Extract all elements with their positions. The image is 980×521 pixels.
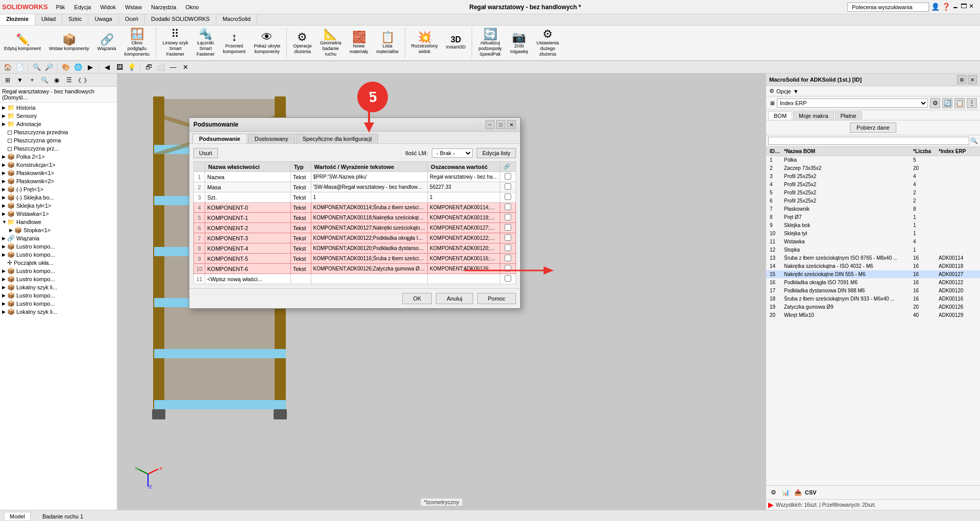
lp-btn-4[interactable]: 🔍: [39, 75, 50, 86]
tree-arrow-15[interactable]: ▼: [2, 219, 7, 225]
dlg-cell-prop-name[interactable]: [205, 213, 291, 223]
lp-btn-1[interactable]: ⊞: [2, 75, 13, 86]
tree-item-10[interactable]: ▶ 📦 Płaskownik<2>: [1, 177, 116, 185]
dlg-cell-link[interactable]: [500, 172, 516, 182]
edycja-listy-button[interactable]: Edycja listy: [477, 148, 516, 158]
link-checkbox[interactable]: [502, 173, 513, 180]
tree-item-14[interactable]: ▶ 📦 Wstawka<1>: [1, 210, 116, 218]
dlg-cell-link[interactable]: [500, 182, 516, 192]
ribbon-btn-edytuj[interactable]: ✏️ Edytuj komponent: [2, 33, 43, 53]
user-icon[interactable]: 👤: [931, 3, 940, 12]
lp-btn-3[interactable]: +: [27, 75, 38, 86]
dialog-row-10[interactable]: 10 Tekst KOMPONENT;ADK00126;Zatyczka gum…: [194, 264, 516, 274]
link-checkbox[interactable]: [502, 234, 513, 241]
prop-name-input[interactable]: [207, 245, 288, 252]
bom-row-18[interactable]: 18 Śruba z łbem sześciokątnym DIN 933 - …: [766, 295, 980, 303]
bom-row-20[interactable]: 20 Wkręt M6x10 40 ADK00129: [766, 311, 980, 319]
tree-arrow-1[interactable]: ▶: [2, 105, 7, 110]
tree-item-17[interactable]: ▶ 🔗 Wiązania: [1, 234, 116, 242]
tb-icon-13[interactable]: —: [167, 62, 179, 73]
copy-btn[interactable]: 📋: [954, 98, 965, 108]
menu-widok[interactable]: Widok: [96, 3, 120, 11]
tb-icon-5[interactable]: 🎨: [60, 62, 71, 73]
dialog-close-btn[interactable]: ✕: [507, 120, 516, 129]
tab-uklad[interactable]: Układ: [35, 14, 62, 25]
dlg-cell-value[interactable]: KOMPONENT;ADK00118;Nakrętka sześciokątna…: [311, 213, 428, 223]
dialog-row-3[interactable]: 3 Tekst 1 1: [194, 192, 516, 203]
tree-item-18[interactable]: ▶ 📦 Lustro kompo...: [1, 242, 116, 251]
dlg-cell-prop-name[interactable]: [205, 192, 291, 203]
dlg-cell-prop-name[interactable]: [205, 274, 291, 284]
tree-item-8[interactable]: ▶ 📦 Konstrukcja<1>: [1, 161, 116, 169]
ribbon-btn-instant3d[interactable]: 3D Instant3D: [444, 35, 468, 51]
bom-row-6[interactable]: 6 Profil 25x25x2 2: [766, 197, 980, 205]
tree-item-20[interactable]: ✛ Początek ukła...: [1, 259, 116, 267]
tree-item-25[interactable]: ▶ 📦 Lustro kompo...: [1, 300, 116, 308]
lp-btn-2[interactable]: ▼: [14, 75, 26, 86]
tb-icon-12[interactable]: ⬜: [155, 62, 166, 73]
dlg-cell-prop-name[interactable]: [205, 203, 291, 213]
tb-icon-1[interactable]: 🏠: [2, 62, 13, 73]
bom-row-7[interactable]: 7 Płaskownik 8: [766, 205, 980, 213]
footer-settings-btn[interactable]: ⚙: [768, 487, 778, 498]
dialog-maximize-btn[interactable]: □: [496, 120, 505, 129]
dlg-cell-prop-name[interactable]: [205, 233, 291, 243]
index-erp-select[interactable]: Index ERP: [777, 98, 928, 108]
menu-edycja[interactable]: Edycja: [70, 3, 95, 11]
refresh-btn[interactable]: 🔄: [942, 98, 952, 108]
ok-button[interactable]: OK: [402, 293, 432, 304]
tree-arrow-14[interactable]: ▶: [2, 211, 7, 216]
ribbon-btn-pokaz[interactable]: 👁 Pokaż ukrytekomponenty: [252, 31, 282, 56]
tree-arrow-2[interactable]: ▶: [2, 113, 7, 118]
tree-arrow-10[interactable]: ▶: [2, 179, 7, 184]
dialog-row-2[interactable]: 2 Tekst 'SW-Masa@Regał warsztatowy - bez…: [194, 182, 516, 192]
dlg-cell-prop-name[interactable]: [205, 243, 291, 254]
tab-uwaga[interactable]: Uwaga: [88, 14, 118, 25]
dialog-row-8[interactable]: 8 Tekst KOMPONENT;ADK00120;Podkładka dys…: [194, 243, 516, 254]
bom-row-19[interactable]: 19 Zatyczka gumowa Ø9 20 ADK00126: [766, 303, 980, 311]
dlg-cell-value[interactable]: KOMPONENT;ADK00114;Śruba z łbem sześciok…: [311, 203, 428, 213]
prop-name-input[interactable]: [207, 194, 288, 201]
dlg-cell-link[interactable]: [500, 264, 516, 274]
tree-item-6[interactable]: ◻ Płaszczyzna prz...: [1, 144, 116, 153]
menu-wstaw[interactable]: Wstaw: [121, 3, 146, 11]
ribbon-btn-operacje[interactable]: ⚙ Operacjezłożenia: [291, 31, 314, 56]
tree-item-24[interactable]: ▶ 📦 Lustro kompo...: [1, 291, 116, 300]
link-checkbox[interactable]: [502, 275, 513, 282]
tree-item-16[interactable]: ▶ 📦 Stopka<1>: [1, 226, 116, 234]
prop-name-input[interactable]: [207, 256, 288, 262]
ribbon-btn-migawka[interactable]: 📷 Zróbmigawkę: [508, 31, 530, 56]
bom-row-3[interactable]: 3 Profil 25x25x2 4: [766, 172, 980, 181]
tree-item-22[interactable]: ▶ 📦 Lustro kompo...: [1, 275, 116, 283]
dlg-tab-specyficzne[interactable]: Specyficzne dla konfiguracji: [296, 134, 379, 143]
bom-row-15[interactable]: 15 Nakrętki sześciokątne DIN 555 - M6 16…: [766, 270, 980, 279]
dlg-cell-link[interactable]: [500, 192, 516, 203]
tab-ocen[interactable]: Oceń: [119, 14, 145, 25]
tree-arrow-3[interactable]: ▶: [2, 121, 7, 127]
tree-arrow-11[interactable]: ▶: [2, 187, 7, 192]
tb-icon-2[interactable]: 📄: [14, 62, 26, 73]
tree-arrow-24[interactable]: ▶: [2, 293, 7, 298]
csv-button[interactable]: CSV: [805, 489, 817, 495]
dialog-row-7[interactable]: 7 Tekst KOMPONENT;ADK00122;Podkładka okr…: [194, 233, 516, 243]
tree-arrow-18[interactable]: ▶: [2, 244, 7, 249]
ribbon-btn-okno[interactable]: 🪟 Oknopodglądukomponentu: [122, 28, 152, 58]
link-checkbox[interactable]: [502, 255, 513, 261]
bom-row-13[interactable]: 13 Śruba z łbem sześciokątnym ISO 8765 -…: [766, 254, 980, 262]
dlg-cell-value[interactable]: [311, 274, 428, 284]
menu-plik[interactable]: Plik: [52, 3, 69, 11]
link-checkbox[interactable]: [502, 224, 513, 231]
tb-icon-9[interactable]: 🖼: [114, 62, 125, 73]
tree-item-5[interactable]: ◻ Płaszczyzna górna: [1, 136, 116, 144]
bom-row-1[interactable]: 1 Półka 5: [766, 156, 980, 164]
prop-name-input[interactable]: [207, 184, 288, 190]
dlg-cell-prop-name[interactable]: [205, 264, 291, 274]
dialog-row-11[interactable]: 11: [194, 274, 516, 284]
prop-name-input[interactable]: [207, 235, 288, 241]
dialog-row-6[interactable]: 6 Tekst KOMPONENT;ADK00127;Nakrętki sześ…: [194, 223, 516, 233]
dlg-cell-prop-name[interactable]: [205, 172, 291, 182]
ribbon-btn-rozstrzelony[interactable]: 💥 Rozstrzelonywidok: [409, 31, 440, 56]
ribbon-btn-przenies[interactable]: ↕ Przenieśkomponent: [221, 31, 248, 56]
tree-arrow-22[interactable]: ▶: [2, 277, 7, 282]
prop-name-input[interactable]: [207, 276, 288, 282]
